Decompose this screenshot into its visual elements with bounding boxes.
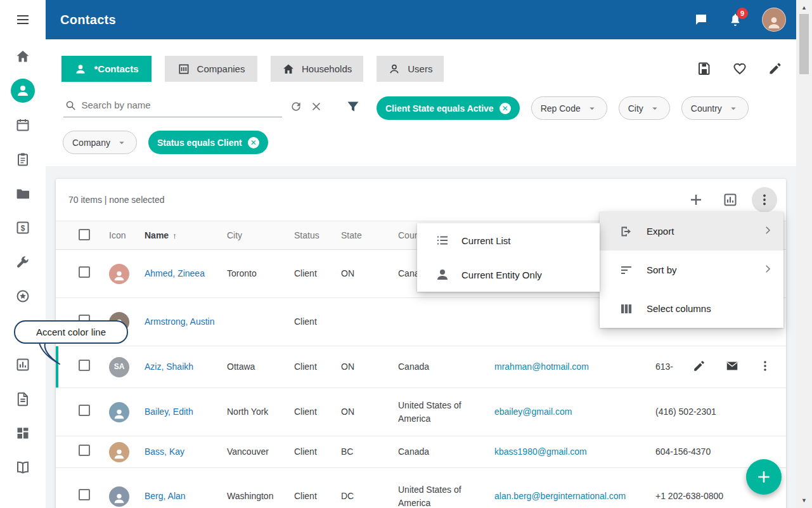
edit-button[interactable] [768, 61, 783, 76]
clear-search-button[interactable] [310, 100, 323, 113]
sidebar-item-tasks[interactable] [0, 142, 46, 176]
row-checkbox[interactable] [79, 445, 90, 456]
chip-status[interactable]: Status equals Client ✕ [148, 131, 268, 154]
vertical-scrollbar[interactable]: ▲ ▼ [796, 0, 812, 508]
cell-phone: 613- [655, 360, 673, 374]
email-link[interactable]: kbass1980@gmail.com [494, 446, 587, 457]
cell-status: Client [294, 267, 341, 280]
email-row-button[interactable] [725, 359, 739, 375]
menu-item-sort-by[interactable]: Sort by [600, 251, 783, 289]
scroll-up-arrow[interactable]: ▲ [796, 3, 812, 12]
remove-chip-icon[interactable]: ✕ [248, 137, 259, 148]
menu-item-export[interactable]: Export [600, 212, 783, 251]
column-header-name[interactable]: Name↑ [145, 230, 227, 240]
filter-button[interactable] [345, 99, 361, 114]
sidebar-item-files[interactable] [0, 176, 46, 211]
avatar[interactable] [109, 486, 129, 507]
clipboard-icon [15, 152, 30, 167]
table-row: Berg, Alan Washington Client DC United S… [56, 468, 786, 508]
chip-country[interactable]: Country [681, 96, 749, 120]
column-header-status[interactable]: Status [294, 230, 341, 240]
user-avatar[interactable] [762, 8, 786, 32]
notifications-button[interactable]: 9 [728, 12, 743, 27]
chip-rep-code[interactable]: Rep Code [531, 96, 607, 120]
tab-households[interactable]: Households [271, 56, 363, 82]
sidebar-item-calendar[interactable] [0, 108, 46, 142]
pencil-icon [768, 61, 783, 76]
scroll-down-arrow[interactable]: ▼ [796, 496, 812, 505]
submenu-item-current-list[interactable]: Current List [417, 223, 600, 257]
row-checkbox[interactable] [79, 360, 90, 371]
calendar-icon [15, 117, 30, 133]
cell-city: Washington [227, 490, 294, 503]
avatar-initials[interactable]: SA [109, 357, 129, 377]
cell-state: ON [341, 360, 398, 374]
contact-name-link[interactable]: Ahmed, Zineea [145, 267, 205, 280]
filter-chip-row-2: Company Status equals Client ✕ [63, 131, 268, 154]
remove-chip-icon[interactable]: ✕ [499, 103, 511, 114]
sidebar-item-contacts[interactable] [0, 74, 46, 108]
submenu-item-label: Current Entity Only [461, 270, 542, 280]
menu-item-label: Sort by [647, 264, 677, 275]
select-all-checkbox[interactable] [79, 229, 90, 240]
contact-name-link[interactable]: Bailey, Edith [145, 405, 193, 419]
row-checkbox[interactable] [79, 405, 90, 416]
main-content: *Contacts Companies Households Users [46, 39, 796, 508]
sidebar-item-notes[interactable] [0, 382, 46, 416]
email-link[interactable]: alan.berg@berginternational.com [494, 491, 626, 501]
chevron-down-icon [586, 103, 598, 114]
insert-chart-button[interactable] [718, 187, 743, 212]
sidebar-item-quotes[interactable] [0, 211, 46, 245]
dollar-icon [15, 220, 30, 235]
menu-item-select-columns[interactable]: Select columns [600, 289, 783, 328]
chip-label: Rep Code [541, 103, 581, 114]
sidebar-item-address-book[interactable] [0, 450, 46, 485]
chevron-down-icon [728, 103, 739, 114]
cell-country: United States of America [398, 399, 494, 426]
tab-companies[interactable]: Companies [165, 56, 257, 82]
email-link[interactable]: mrahman@hotmail.com [494, 361, 589, 372]
list-icon [435, 233, 450, 248]
save-view-button[interactable] [697, 61, 712, 76]
tab-users[interactable]: Users [377, 56, 444, 82]
chip-label: City [628, 103, 643, 114]
add-column-button[interactable] [683, 187, 709, 212]
tab-contacts[interactable]: *Contacts [61, 56, 151, 82]
contact-name-link[interactable]: Aziz, Shaikh [145, 360, 193, 374]
sidebar-item-service[interactable] [0, 245, 46, 279]
avatar[interactable] [109, 402, 129, 422]
column-header-icon[interactable]: Icon [109, 230, 145, 240]
sidebar-item-rewards[interactable] [0, 279, 46, 313]
column-header-state[interactable]: State [341, 230, 398, 240]
row-more-button[interactable] [758, 359, 772, 375]
sidebar-item-home[interactable] [0, 39, 46, 74]
save-icon [697, 61, 712, 76]
scroll-thumb[interactable] [799, 14, 809, 74]
chat-button[interactable] [693, 12, 709, 27]
refresh-button[interactable] [290, 100, 302, 113]
add-contact-fab[interactable] [746, 459, 782, 495]
more-options-button[interactable] [752, 187, 777, 212]
favorite-button[interactable] [732, 61, 747, 76]
column-header-city[interactable]: City [227, 230, 294, 240]
avatar[interactable] [109, 264, 129, 284]
submenu-item-current-entity[interactable]: Current Entity Only [417, 257, 600, 292]
contact-name-link[interactable]: Bass, Kay [145, 445, 184, 459]
search-input[interactable] [81, 100, 281, 110]
cell-status: Client [294, 490, 341, 503]
email-link[interactable]: ebailey@gmail.com [494, 407, 572, 417]
row-checkbox[interactable] [79, 266, 90, 278]
hamburger-menu-button[interactable] [0, 0, 46, 39]
chip-city[interactable]: City [619, 96, 670, 120]
close-icon [310, 100, 323, 113]
chip-client-state[interactable]: Client State equals Active ✕ [377, 96, 520, 120]
annotation-callout-tail [30, 342, 62, 366]
avatar[interactable] [109, 442, 129, 462]
contact-name-link[interactable]: Armstrong, Austin [145, 315, 215, 329]
contact-name-link[interactable]: Berg, Alan [145, 490, 186, 503]
row-checkbox[interactable] [79, 489, 90, 500]
chip-company[interactable]: Company [63, 131, 137, 154]
sidebar-item-dashboards[interactable] [0, 416, 46, 450]
edit-row-button[interactable] [692, 359, 706, 375]
contacts-icon [15, 83, 30, 98]
